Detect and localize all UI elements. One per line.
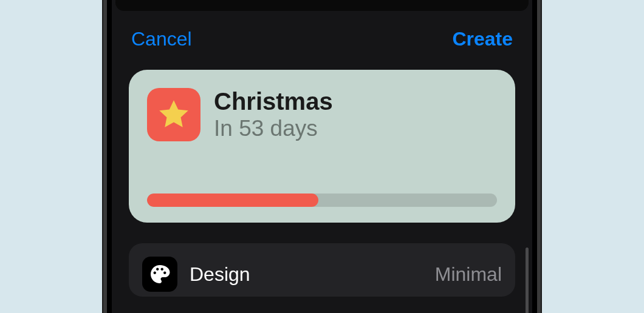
event-icon-tile [147,88,200,141]
nav-bar: Cancel Create [129,11,515,70]
widget-preview-card: Christmas In 53 days [129,70,515,223]
palette-icon [149,263,171,285]
event-title: Christmas [214,88,333,115]
create-button[interactable]: Create [452,28,513,50]
preview-header: Christmas In 53 days [147,88,497,141]
settings-list: Design Minimal [129,243,515,297]
star-icon [156,96,192,133]
phone-frame: Cancel Create Christmas In 53 days [103,0,541,313]
cancel-button[interactable]: Cancel [131,28,192,50]
progress-bar [147,194,497,207]
phone-screen: Cancel Create Christmas In 53 days [112,0,532,313]
progress-fill [147,194,318,207]
event-countdown: In 53 days [214,116,333,141]
preview-text: Christmas In 53 days [214,88,333,141]
design-label: Design [190,263,423,286]
design-value: Minimal [435,263,502,286]
modal-sheet: Cancel Create Christmas In 53 days [112,11,532,313]
palette-icon-tile [142,257,177,292]
design-row[interactable]: Design Minimal [142,252,502,297]
scroll-indicator[interactable] [526,247,529,313]
sheet-background-peek [115,0,529,11]
